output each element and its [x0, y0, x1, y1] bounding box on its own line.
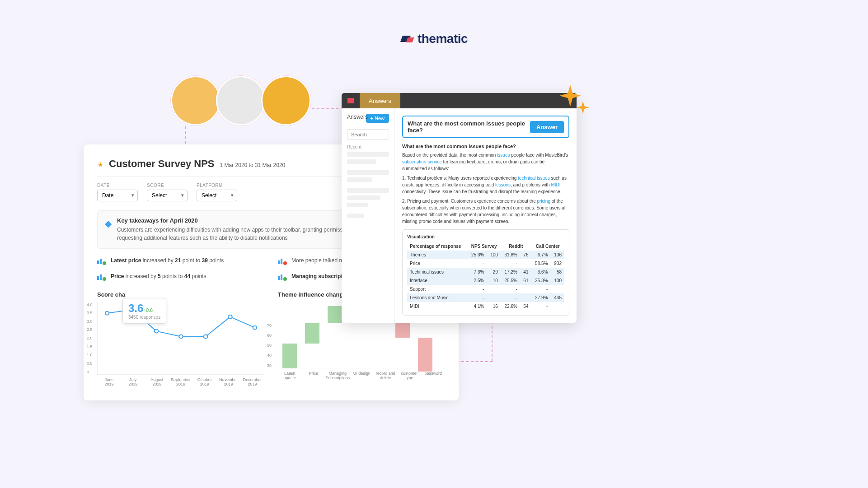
result-title: What are the most common issues people f… — [402, 144, 569, 149]
x-tick-label: Latest update — [278, 371, 302, 381]
table-header: Call Center — [531, 242, 564, 251]
logo-mark-icon — [400, 32, 414, 46]
x-tick-label: customer type — [398, 371, 422, 381]
cell — [520, 259, 531, 268]
waterfall-bar — [418, 338, 432, 372]
answer-button[interactable]: Answer — [530, 121, 564, 133]
score-select[interactable]: Select — [147, 190, 188, 201]
row-label: Support — [407, 285, 467, 293]
tooltip-value: 3.6 — [128, 302, 143, 314]
filter-label: DATE — [97, 183, 138, 188]
x-tick-label: password — [421, 371, 445, 381]
cell: 2.5% — [467, 276, 487, 285]
score-chart: Score cha 4.03.53.02.52.01.51.00.50 3.6↑… — [97, 291, 264, 387]
x-tick-label: June2019 — [97, 377, 121, 387]
answers-main: What are the most common issues people f… — [395, 108, 577, 323]
row-label: Price — [407, 259, 467, 268]
search-input[interactable] — [347, 129, 389, 140]
star-icon: ★ — [97, 160, 103, 169]
skeleton-line — [347, 188, 389, 193]
answers-panel: Answers Answers + New Recent What are th… — [342, 93, 577, 323]
avatar — [261, 76, 311, 125]
svg-point-2 — [155, 329, 158, 333]
row-label: Lessons and Music — [407, 293, 467, 302]
link-lessons[interactable]: lessons — [495, 182, 511, 187]
cell — [487, 293, 501, 302]
link-tech[interactable]: technical issues — [518, 176, 550, 181]
chart-tooltip: 3.6↑0.6 3450 responses — [122, 298, 166, 324]
cell — [487, 259, 501, 268]
cell: 445 — [550, 293, 564, 302]
tooltip-sub: 3450 responses — [128, 315, 160, 320]
x-tick-label: Managing Subscriptions — [325, 371, 350, 381]
cell: 27.9% — [531, 293, 550, 302]
cell: 58 — [550, 268, 564, 276]
cell — [487, 285, 501, 293]
cell: - — [501, 259, 520, 268]
cell — [520, 285, 531, 293]
filter-label: PLATFORM — [197, 183, 237, 188]
cell: 29 — [487, 268, 501, 276]
cell: 76 — [520, 251, 531, 259]
table-row: Techinical issues 7.3%29 17.2%41 3.6%58 — [407, 268, 564, 276]
x-tick-label: August2019 — [145, 377, 169, 387]
new-button[interactable]: + New — [366, 114, 389, 123]
x-tick-label: record and delete — [374, 371, 398, 381]
cell: 41 — [520, 268, 531, 276]
cell: 106 — [550, 251, 564, 259]
cell: 100 — [487, 251, 501, 259]
x-tick-label: October2019 — [192, 377, 216, 387]
platform-select[interactable]: Select — [197, 190, 237, 201]
cell: - — [531, 302, 550, 311]
skeleton-line — [347, 159, 376, 164]
avatar — [171, 76, 221, 125]
result-paragraph: Based on the provided data, the most com… — [402, 152, 569, 172]
svg-point-5 — [228, 315, 232, 318]
waterfall-bar — [282, 344, 297, 368]
waterfall-chart: 7060504030 — [278, 323, 445, 368]
link-subscription[interactable]: subscription service — [402, 159, 442, 164]
cell: 6.7% — [531, 251, 550, 259]
dashboard-date-range: 1 Mar 2020 to 31 Mar 2020 — [220, 162, 286, 168]
connector-line — [312, 108, 343, 109]
svg-point-3 — [179, 335, 183, 338]
x-tick-label: UI design — [350, 371, 374, 381]
answers-tab[interactable]: Answers — [360, 93, 400, 108]
table-row: MIDI 4.1%16 22.6%54 - — [407, 302, 564, 311]
table-row: Interface 2.5%10 25.5%61 25.3%100 — [407, 276, 564, 285]
cell: 25.3% — [531, 276, 550, 285]
bar-trend-icon — [97, 258, 106, 264]
skeleton-line — [347, 195, 380, 200]
link-issues[interactable]: issues — [497, 153, 510, 158]
cell: 61 — [520, 276, 531, 285]
cell: 58.5% — [531, 259, 550, 268]
x-axis-labels: June2019July2019August2019September2019O… — [97, 377, 264, 387]
row-label: Interface — [407, 276, 467, 285]
cell: - — [531, 285, 550, 293]
cell: 7.3% — [467, 268, 487, 276]
filter-date: DATE Date — [97, 183, 138, 201]
link-pricing[interactable]: pricing — [537, 199, 550, 204]
cell: - — [467, 259, 487, 268]
x-tick-label: December2019 — [240, 377, 264, 387]
cell: - — [501, 293, 520, 302]
bar-trend-icon — [97, 274, 106, 280]
cell: 25.5% — [501, 276, 520, 285]
table-row: Themes 25.3%100 31.8%76 6.7%106 — [407, 251, 564, 259]
x-tick-label: July2019 — [121, 377, 145, 387]
date-select[interactable]: Date — [97, 190, 138, 201]
table-header: Reddit — [501, 242, 531, 251]
bar-trend-icon — [278, 258, 287, 264]
cell: 10 — [487, 276, 501, 285]
link-midi[interactable]: MIDI — [551, 182, 560, 187]
skeleton-line — [347, 203, 368, 207]
avatar — [216, 76, 266, 125]
answers-sidebar: Answers + New Recent — [342, 108, 395, 323]
query-text: What are the most common issues people f… — [408, 120, 530, 134]
filter-platform: PLATFORM Select — [197, 183, 237, 201]
cell: - — [501, 285, 520, 293]
mini-logo-icon — [342, 98, 360, 103]
table-row: Price - - 58.5%932 — [407, 259, 564, 268]
cell — [520, 293, 531, 302]
table-header: Percentage of response — [407, 242, 467, 251]
